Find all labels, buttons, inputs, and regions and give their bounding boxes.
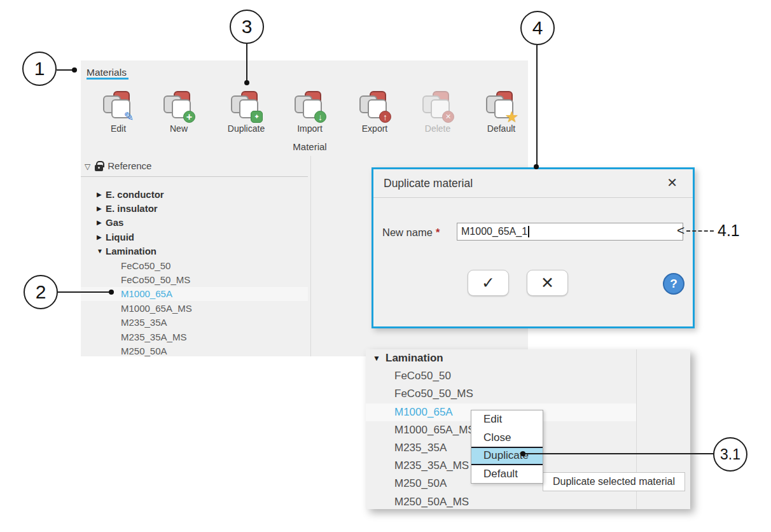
close-icon[interactable]: ✕ [667,175,677,190]
category-label: Lamination [106,246,156,256]
tab-active-underline [87,78,128,80]
cancel-button[interactable]: ✕ [527,270,568,296]
material-stack-icon [295,91,325,120]
callout-3-dot [244,80,249,85]
lock-icon [95,165,103,171]
tree-item[interactable]: M1000_65A_MS [81,301,308,315]
import-button-label: Import [297,123,323,134]
callout-4-1: 4.1 [718,221,740,240]
tree-root-reference[interactable]: Reference [85,160,151,171]
collapse-triangle-icon[interactable] [97,219,106,226]
collapse-triangle-icon[interactable] [97,205,106,212]
callout-3-1-line [525,453,714,454]
callout-3: 3 [230,10,264,44]
ok-check-icon: ✓ [482,274,495,292]
callout-3-1: 3.1 [713,437,747,472]
tree-item[interactable]: M235_35A [81,316,308,330]
cancel-cross-icon: ✕ [541,274,554,292]
tree-item[interactable]: FeCo50_50 [81,258,308,272]
delete-button: Delete [413,91,462,134]
tree-item[interactable]: FeCo50_50_MS [81,272,308,286]
context-menu-item-close[interactable]: Close [471,429,543,447]
callout-4-line [536,45,538,165]
callout-4-dot [534,164,539,169]
text-cursor [528,226,529,237]
new-plus-icon [183,111,195,123]
import-button[interactable]: Import [286,91,334,134]
tree-category-e-insulator[interactable]: E. insulator [81,201,308,215]
default-star-icon [506,111,518,123]
category-label: E. conductor [106,189,164,200]
material-stack-icon [422,91,453,120]
tab-materials[interactable]: Materials [87,66,128,82]
default-button[interactable]: Default [477,91,525,134]
callout-3-1-dot [520,451,525,456]
material-stack-icon [486,91,517,120]
new-button[interactable]: New [155,91,203,134]
edit-pencil-icon [123,111,135,123]
duplicate-button[interactable]: Duplicate [222,91,270,134]
tree-category-liquid[interactable]: Liquid [81,230,308,244]
callout-1-dot [72,67,77,73]
category-label: E. insulator [106,203,158,214]
duplicate-material-dialog: Duplicate material ✕ New name* M1000_65A… [372,167,695,328]
material-stack-icon [231,91,261,120]
new-name-label: New name* [382,227,440,239]
tree-item-selected[interactable]: M1000_65A [81,287,308,301]
help-icon: ? [670,277,677,291]
expand-triangle-outline-icon [85,160,90,171]
context-menu-item-duplicate[interactable]: Duplicate [471,447,543,465]
screenshot-canvas: Materials Edit New Duplicate [0,0,771,532]
category-label: Gas [106,217,123,228]
export-button[interactable]: Export [351,91,399,134]
tree-category-e-conductor[interactable]: E. conductor [81,187,308,201]
category-label: Lamination [386,352,443,365]
inset-tree-item[interactable]: FeCo50_50_MS [366,385,636,403]
callout-2-dot [109,290,114,295]
tree-category-gas[interactable]: Gas [81,216,308,230]
dialog-title: Duplicate material [384,177,473,190]
expand-triangle-icon[interactable] [97,248,106,255]
callout-3-line [246,44,247,81]
callout-1: 1 [22,52,57,86]
duplicate-button-label: Duplicate [228,123,265,134]
ok-button[interactable]: ✓ [468,270,509,296]
collapse-triangle-icon[interactable] [97,234,106,241]
callout-2: 2 [24,275,58,309]
edit-button-label: Edit [111,123,126,134]
expand-triangle-icon[interactable] [373,354,386,363]
materials-tree: E. conductor E. insulator Gas Liquid Lam… [81,187,308,358]
delete-button-label: Delete [425,123,450,134]
tree-category-lamination[interactable]: Lamination [81,244,308,258]
callout-4-1-dashed-line [686,230,714,232]
zoom-inset-panel: Lamination FeCo50_50 FeCo50_50_MS M1000_… [366,349,690,509]
inset-category-lamination[interactable]: Lamination [366,349,636,367]
callout-4-1-arrowhead: < [677,223,684,238]
collapse-triangle-icon[interactable] [97,191,106,198]
callout-2-line [58,291,111,293]
dialog-title-divider [373,197,693,198]
category-label: Liquid [106,232,134,242]
material-stack-icon [103,91,134,120]
context-menu: Edit Close Duplicate Default [471,410,543,484]
tree-divider [81,176,308,177]
help-button[interactable]: ? [663,273,684,295]
context-menu-item-default[interactable]: Default [471,465,543,484]
export-arrow-up-icon [379,111,391,123]
new-button-label: New [170,123,188,134]
new-name-input[interactable]: M1000_65A_1 [457,223,683,241]
new-name-value: M1000_65A_1 [461,226,527,237]
edit-button[interactable]: Edit [94,91,142,134]
toolbar-group-label: Material [272,141,348,152]
tooltip-duplicate: Duplicate selected material [543,472,685,491]
callout-4: 4 [520,11,555,45]
tree-item[interactable]: M250_50A [81,344,308,358]
import-arrow-down-icon [314,111,326,123]
delete-cross-icon [442,111,454,123]
duplicate-plus-icon [251,111,263,123]
inset-tree-item[interactable]: FeCo50_50 [366,367,636,385]
context-menu-item-edit[interactable]: Edit [471,410,543,429]
material-stack-icon [359,91,390,120]
tree-item[interactable]: M235_35A_MS [81,330,308,344]
inset-tree-item[interactable]: M250_50A_MS [366,493,636,511]
